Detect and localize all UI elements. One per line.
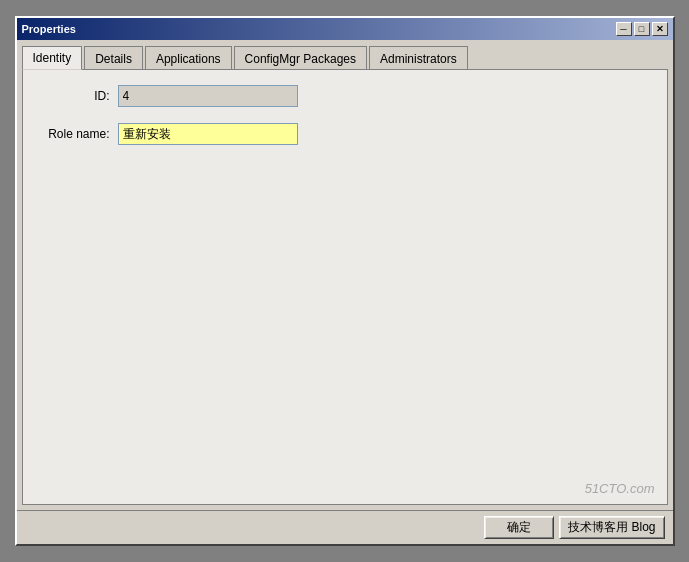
- id-input[interactable]: [118, 85, 298, 107]
- tab-administrators[interactable]: Administrators: [369, 46, 468, 70]
- bottom-bar: 确定 技术博客用 Blog: [17, 510, 673, 544]
- id-row: ID:: [38, 85, 652, 107]
- role-name-row: Role name:: [38, 123, 652, 145]
- tab-bar: Identity Details Applications ConfigMgr …: [22, 45, 668, 69]
- role-name-input[interactable]: [118, 123, 298, 145]
- window-content: Identity Details Applications ConfigMgr …: [17, 40, 673, 510]
- tab-identity[interactable]: Identity: [22, 46, 83, 70]
- tab-details[interactable]: Details: [84, 46, 143, 70]
- watermark: 51CTO.com: [585, 481, 655, 496]
- title-bar: Properties ─ □ ✕: [17, 18, 673, 40]
- id-label: ID:: [38, 89, 118, 103]
- tab-configmgr[interactable]: ConfigMgr Packages: [234, 46, 367, 70]
- tab-panel-identity: ID: Role name: 51CTO.com: [22, 69, 668, 505]
- window-title: Properties: [22, 23, 76, 35]
- tab-applications[interactable]: Applications: [145, 46, 232, 70]
- cancel-button[interactable]: 技术博客用 Blog: [559, 516, 664, 539]
- maximize-button[interactable]: □: [634, 22, 650, 36]
- title-bar-buttons: ─ □ ✕: [616, 22, 668, 36]
- minimize-button[interactable]: ─: [616, 22, 632, 36]
- properties-window: Properties ─ □ ✕ Identity Details Applic…: [15, 16, 675, 546]
- role-label: Role name:: [38, 127, 118, 141]
- close-button[interactable]: ✕: [652, 22, 668, 36]
- ok-button[interactable]: 确定: [484, 516, 554, 539]
